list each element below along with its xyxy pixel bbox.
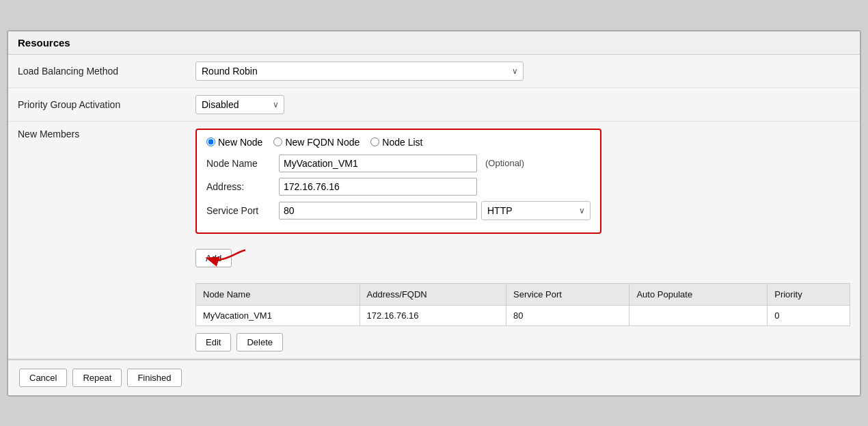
address-label: Address: bbox=[206, 181, 275, 192]
members-table: Node Name Address/FQDN Service Port Auto… bbox=[195, 283, 850, 326]
radio-new-node-label[interactable]: New Node bbox=[206, 137, 262, 148]
load-balancing-control: Round Robin Least Connections Weighted R… bbox=[195, 62, 850, 81]
col-address: Address/FQDN bbox=[360, 283, 506, 305]
optional-label: (Optional) bbox=[485, 158, 524, 168]
radio-group: New Node New FQDN Node Node List bbox=[206, 137, 591, 148]
priority-group-row: Priority Group Activation Disabled Enabl… bbox=[8, 88, 860, 122]
section-title: Resources bbox=[8, 31, 860, 55]
delete-button[interactable]: Delete bbox=[236, 333, 283, 351]
priority-group-label: Priority Group Activation bbox=[18, 99, 195, 110]
priority-group-select-wrapper: Disabled Enabled bbox=[195, 95, 284, 114]
service-port-label: Service Port bbox=[206, 205, 275, 216]
row-address: 172.16.76.16 bbox=[360, 305, 506, 325]
node-name-label: Node Name bbox=[206, 158, 275, 169]
node-name-input[interactable] bbox=[279, 155, 477, 172]
row-service-port: 80 bbox=[506, 305, 629, 325]
new-members-content: New Node New FQDN Node Node List bbox=[195, 129, 850, 351]
row-auto-populate bbox=[629, 305, 768, 325]
radio-node-list[interactable] bbox=[370, 137, 379, 146]
footer: Cancel Repeat Finished bbox=[8, 359, 860, 395]
arrow-annotation bbox=[239, 243, 293, 274]
protocol-select[interactable]: HTTP HTTPS FTP SMTP Any bbox=[481, 201, 591, 220]
col-priority: Priority bbox=[768, 283, 850, 305]
radio-new-node-text: New Node bbox=[218, 137, 262, 148]
load-balancing-label: Load Balancing Method bbox=[18, 66, 195, 77]
row-node-name: MyVacation_VM1 bbox=[196, 305, 360, 325]
address-input[interactable] bbox=[279, 178, 477, 196]
node-name-field-row: Node Name (Optional) bbox=[206, 155, 591, 172]
repeat-button[interactable]: Repeat bbox=[72, 369, 122, 387]
priority-group-select[interactable]: Disabled Enabled bbox=[195, 95, 284, 114]
add-area: Add bbox=[195, 243, 850, 274]
priority-group-control: Disabled Enabled bbox=[195, 95, 850, 114]
load-balancing-row: Load Balancing Method Round Robin Least … bbox=[8, 55, 860, 88]
service-port-field-row: Service Port HTTP HTTPS FTP SMTP Any bbox=[206, 201, 591, 220]
table-header-row: Node Name Address/FQDN Service Port Auto… bbox=[196, 283, 850, 305]
row-priority: 0 bbox=[768, 305, 850, 325]
col-node-name: Node Name bbox=[196, 283, 360, 305]
radio-node-list-text: Node List bbox=[382, 137, 422, 148]
radio-node-list-label[interactable]: Node List bbox=[370, 137, 422, 148]
node-options-box: New Node New FQDN Node Node List bbox=[195, 129, 601, 234]
edit-button[interactable]: Edit bbox=[195, 333, 231, 351]
radio-new-fqdn-text: New FQDN Node bbox=[285, 137, 360, 148]
table-row: MyVacation_VM1 172.16.76.16 80 0 bbox=[196, 305, 850, 325]
new-members-row: New Members New Node New FQDN Node bbox=[8, 122, 860, 359]
protocol-select-wrapper: HTTP HTTPS FTP SMTP Any bbox=[481, 201, 591, 220]
col-service-port: Service Port bbox=[506, 283, 629, 305]
service-port-input[interactable] bbox=[279, 202, 477, 219]
load-balancing-select-wrapper: Round Robin Least Connections Weighted R… bbox=[195, 62, 524, 81]
edit-delete-area: Edit Delete bbox=[195, 333, 850, 351]
radio-new-fqdn[interactable] bbox=[273, 137, 282, 146]
address-field-row: Address: bbox=[206, 178, 591, 196]
new-members-label: New Members bbox=[18, 129, 195, 139]
col-auto-populate: Auto Populate bbox=[629, 283, 768, 305]
cancel-button[interactable]: Cancel bbox=[19, 369, 67, 387]
finished-button[interactable]: Finished bbox=[127, 369, 181, 387]
radio-new-node[interactable] bbox=[206, 137, 215, 146]
radio-new-fqdn-label[interactable]: New FQDN Node bbox=[273, 137, 360, 148]
load-balancing-select[interactable]: Round Robin Least Connections Weighted R… bbox=[195, 62, 524, 81]
